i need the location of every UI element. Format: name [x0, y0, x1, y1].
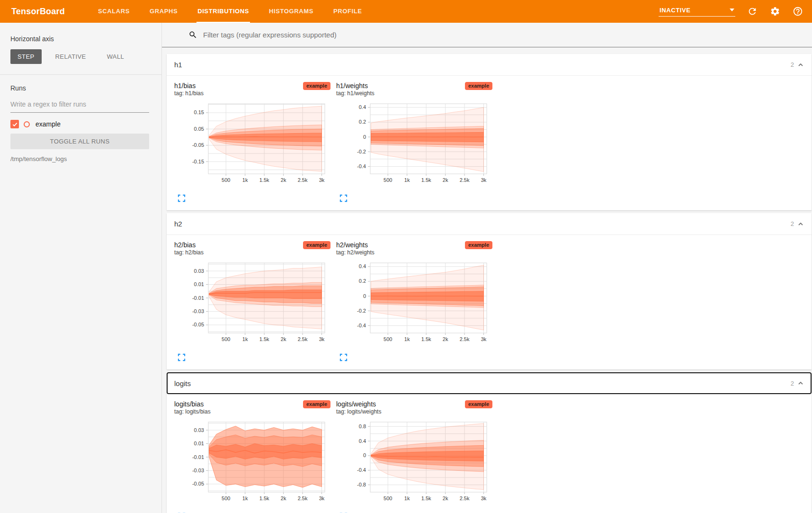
chevron-up-icon[interactable]: [797, 62, 804, 68]
tab-histograms[interactable]: HISTOGRAMS: [268, 0, 314, 23]
chevron-up-icon[interactable]: [797, 380, 804, 387]
svg-text:0.03: 0.03: [194, 268, 204, 274]
svg-text:2.5k: 2.5k: [460, 177, 470, 183]
distribution-chart-tile: h1/weights tag: h1/weights example 0.40.…: [336, 82, 492, 210]
sidebar-divider: [0, 74, 161, 75]
chart-title: h2/bias: [174, 241, 204, 249]
svg-text:1k: 1k: [242, 336, 248, 342]
axis-button-relative[interactable]: RELATIVE: [48, 49, 93, 64]
distribution-plot: 0.80.40-0.4-0.85001k1.5k2k2.5k3k: [336, 418, 492, 508]
svg-text:-0.15: -0.15: [192, 159, 204, 164]
tag-sections: h1 2 h1/bias tag: h1/bias example 0.150.…: [162, 47, 812, 513]
run-row: example: [10, 120, 149, 128]
main-tabs: SCALARSGRAPHSDISTRIBUTIONSHISTOGRAMSPROF…: [97, 0, 363, 23]
settings-button[interactable]: [769, 6, 781, 17]
expand-icon[interactable]: [339, 353, 348, 363]
svg-text:-0.01: -0.01: [192, 454, 204, 460]
run-checkbox[interactable]: [10, 120, 19, 128]
distribution-chart-tile: logits/bias tag: logits/bias example 0.0…: [174, 400, 330, 513]
axis-button-step[interactable]: STEP: [10, 49, 42, 64]
svg-text:-0.4: -0.4: [357, 467, 366, 473]
run-badge: example: [303, 400, 330, 408]
chart-tag: tag: h2/bias: [174, 249, 204, 256]
run-badge: example: [465, 82, 492, 90]
svg-text:1.5k: 1.5k: [259, 495, 269, 501]
svg-text:2k: 2k: [443, 495, 448, 501]
svg-text:0.05: 0.05: [194, 126, 204, 132]
svg-text:3k: 3k: [319, 495, 325, 501]
svg-text:0.8: 0.8: [359, 423, 366, 429]
section-header[interactable]: h1 2: [167, 54, 812, 76]
svg-text:0.4: 0.4: [359, 104, 366, 110]
svg-text:-0.2: -0.2: [357, 308, 366, 314]
svg-text:-0.4: -0.4: [357, 323, 366, 328]
svg-text:0.2: 0.2: [359, 278, 366, 284]
chart-tag: tag: logits/weights: [336, 408, 381, 415]
help-button[interactable]: [792, 6, 803, 17]
toggle-all-runs-button[interactable]: TOGGLE ALL RUNS: [10, 134, 149, 149]
section-count: 2: [791, 61, 794, 68]
status-dropdown[interactable]: INACTIVE: [659, 7, 735, 17]
tab-distributions[interactable]: DISTRIBUTIONS: [196, 0, 250, 23]
svg-text:2.5k: 2.5k: [460, 495, 470, 501]
axis-button-wall[interactable]: WALL: [100, 49, 132, 64]
svg-text:2k: 2k: [443, 336, 448, 342]
run-badge: example: [465, 241, 492, 249]
run-filter-input[interactable]: [10, 99, 149, 113]
tab-graphs[interactable]: GRAPHS: [149, 0, 178, 23]
svg-text:2k: 2k: [281, 336, 286, 342]
axis-toggle-group: STEPRELATIVEWALL: [10, 49, 149, 64]
svg-text:-0.03: -0.03: [192, 308, 204, 314]
distribution-chart-tile: h2/weights tag: h2/weights example 0.40.…: [336, 241, 492, 369]
svg-text:0.01: 0.01: [194, 281, 204, 287]
refresh-icon: [747, 6, 758, 17]
section-header[interactable]: h2 2: [167, 213, 812, 235]
chart-tag: tag: h1/bias: [174, 90, 204, 97]
svg-text:1k: 1k: [404, 336, 410, 342]
svg-text:500: 500: [222, 495, 230, 501]
expand-icon[interactable]: [339, 194, 348, 204]
run-badge: example: [303, 241, 330, 249]
svg-text:0: 0: [363, 452, 366, 458]
distribution-chart-tile: h1/bias tag: h1/bias example 0.150.05-0.…: [174, 82, 330, 210]
section-title: h2: [174, 220, 182, 228]
tag-filter-input[interactable]: [202, 30, 812, 39]
run-isolate-radio[interactable]: [24, 121, 30, 127]
run-badge: example: [303, 82, 330, 90]
svg-text:1.5k: 1.5k: [421, 336, 431, 342]
expand-icon[interactable]: [178, 353, 186, 363]
svg-text:2.5k: 2.5k: [298, 495, 308, 501]
svg-text:0: 0: [363, 134, 366, 140]
svg-text:3k: 3k: [319, 336, 325, 342]
svg-text:500: 500: [384, 336, 392, 342]
chevron-up-icon[interactable]: [797, 221, 804, 227]
section-header[interactable]: logits 2: [167, 372, 812, 394]
tab-scalars[interactable]: SCALARS: [97, 0, 131, 23]
svg-text:1k: 1k: [242, 495, 248, 501]
svg-text:-0.2: -0.2: [357, 149, 366, 154]
refresh-button[interactable]: [747, 6, 758, 17]
svg-text:500: 500: [222, 177, 230, 183]
tag-section-logits: logits 2 logits/bias tag: logits/bias ex…: [167, 372, 812, 513]
navbar-actions: INACTIVE: [659, 0, 803, 23]
svg-text:1.5k: 1.5k: [259, 336, 269, 342]
section-count: 2: [791, 380, 794, 387]
svg-text:2k: 2k: [443, 177, 448, 183]
gear-icon: [770, 6, 780, 17]
svg-text:1k: 1k: [242, 177, 248, 183]
svg-text:1k: 1k: [404, 177, 410, 183]
chart-tag: tag: h1/weights: [336, 90, 375, 97]
svg-text:-0.01: -0.01: [192, 295, 204, 301]
svg-text:0.03: 0.03: [194, 427, 204, 433]
app-header: TensorBoard SCALARSGRAPHSDISTRIBUTIONSHI…: [0, 0, 812, 23]
tab-profile[interactable]: PROFILE: [332, 0, 363, 23]
svg-text:3k: 3k: [481, 177, 487, 183]
distribution-chart-tile: h2/bias tag: h2/bias example 0.030.01-0.…: [174, 241, 330, 369]
check-icon: [12, 121, 18, 127]
svg-text:0.01: 0.01: [194, 441, 204, 446]
svg-text:0: 0: [363, 293, 366, 299]
svg-text:-0.05: -0.05: [192, 322, 204, 327]
svg-text:0.2: 0.2: [359, 119, 366, 125]
log-directory: /tmp/tensorflow_logs: [10, 155, 149, 162]
expand-icon[interactable]: [178, 194, 186, 204]
